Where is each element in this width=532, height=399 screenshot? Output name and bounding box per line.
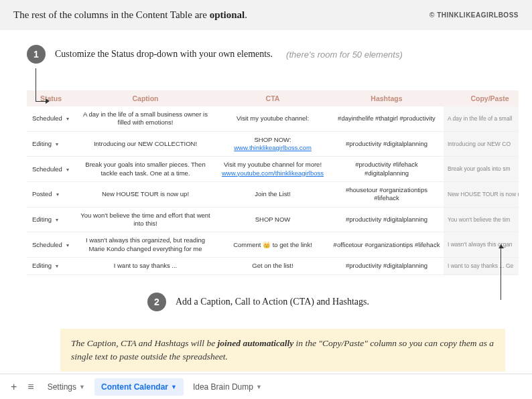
step2-badge: 2 <box>147 293 166 311</box>
step1-row: 1 Customize the Status drop-down with yo… <box>0 45 532 64</box>
caption-cell[interactable]: New HOUSE TOUR is now up! <box>75 182 216 208</box>
caption-cell[interactable]: I wasn't always this organized, but read… <box>75 232 216 258</box>
content-table: Status Caption CTA Hashtags Copy/Paste S… <box>27 90 519 275</box>
status-dropdown[interactable]: Editing <box>27 131 75 157</box>
status-dropdown[interactable]: Scheduled <box>27 157 75 182</box>
connector-line-2 <box>501 248 502 300</box>
cta-link[interactable]: www.youtube.com/thinklikeagirlboss <box>222 169 324 177</box>
chevron-down-icon[interactable]: ▼ <box>256 384 262 390</box>
cta-cell[interactable]: SHOP NOW:www.thinklikeagirlboss.com <box>216 131 330 157</box>
header-pre: The rest of the columns in the Content T… <box>13 9 210 20</box>
status-dropdown[interactable]: Scheduled <box>27 232 75 258</box>
highlight-bold: joined automatically <box>218 338 294 348</box>
hashtags-cell[interactable]: #productivity #digitalplanning <box>330 207 444 232</box>
cta-cell[interactable]: Join the List! <box>216 182 330 208</box>
tab-idea-brain-dump[interactable]: Idea Brain Dump▼ <box>186 378 269 396</box>
status-dropdown[interactable]: Scheduled <box>27 106 75 131</box>
add-sheet-icon[interactable]: + <box>7 381 21 393</box>
tab-settings-label: Settings <box>48 382 76 392</box>
hashtags-cell[interactable]: #productivity #lifehack #digitalplanning <box>330 157 444 182</box>
copypaste-cell[interactable]: Introducing our NEW CO <box>444 131 519 157</box>
cta-cell[interactable]: Get on the list! <box>216 258 330 274</box>
status-dropdown[interactable]: Posted <box>27 182 75 208</box>
table-row: EditingI want to say thanks ...Get on th… <box>27 258 519 274</box>
connector-line-1 <box>36 68 48 102</box>
step2-text: Add a Caption, Call to Action (CTA) and … <box>176 297 369 307</box>
col-cta: CTA <box>216 90 330 106</box>
copypaste-cell[interactable]: I want to say thanks ... Ge <box>444 258 519 274</box>
header-bold: optional <box>210 9 245 20</box>
cta-cell[interactable]: Visit my youtube channel for more!www.yo… <box>216 157 330 182</box>
step1-hint: (there's room for 50 elements) <box>286 50 403 60</box>
hashtags-cell[interactable]: #housetour #organizationtips #lifehack <box>330 182 444 208</box>
caption-cell[interactable]: I want to say thanks ... <box>75 258 216 274</box>
step2-row: 2 Add a Caption, Call to Action (CTA) an… <box>147 293 532 311</box>
highlight-note: The Caption, CTA and Hashtags will be jo… <box>60 329 505 372</box>
step1-badge: 1 <box>27 45 46 64</box>
header-post: . <box>245 9 247 20</box>
copypaste-cell[interactable]: I wasn't always this organ <box>444 232 519 258</box>
highlight-pre: The Caption, CTA and Hashtags will be <box>71 338 218 348</box>
caption-cell[interactable]: Break your goals into smaller pieces. Th… <box>75 157 216 182</box>
cta-cell[interactable]: Comment 👑 to get the link! <box>216 232 330 258</box>
caption-cell[interactable]: Introducing our NEW COLLECTION! <box>75 131 216 157</box>
col-caption: Caption <box>75 90 216 106</box>
tab-braindump-label: Idea Brain Dump <box>193 382 253 392</box>
tab-calendar-label: Content Calendar <box>101 382 168 392</box>
table-row: ScheduledA day in the life of a small bu… <box>27 106 519 131</box>
caption-cell[interactable]: You won't believe the time and effort th… <box>75 207 216 232</box>
header-bar: The rest of the columns in the Content T… <box>0 0 532 30</box>
cta-cell[interactable]: SHOP NOW <box>216 207 330 232</box>
table-row: PostedNew HOUSE TOUR is now up!Join the … <box>27 182 519 208</box>
cta-link[interactable]: www.thinklikeagirlboss.com <box>234 144 312 151</box>
arrow-right-icon <box>46 98 50 104</box>
step1-text: Customize the Status drop-down with your… <box>55 49 273 60</box>
header-intro: The rest of the columns in the Content T… <box>13 9 247 21</box>
col-hashtags: Hashtags <box>330 90 444 106</box>
table-row: EditingYou won't believe the time and ef… <box>27 207 519 232</box>
status-dropdown[interactable]: Editing <box>27 207 75 232</box>
copyright-text: © THINKLIKEAGIRLBOSS <box>429 11 519 19</box>
hashtags-cell[interactable]: #dayinthelife #thatgirl #productivity <box>330 106 444 131</box>
col-copypaste: Copy/Paste <box>444 90 519 106</box>
sheet-tabs-bar: + ≡ Settings▼ Content Calendar▼ Idea Bra… <box>0 374 532 399</box>
table-row: ScheduledBreak your goals into smaller p… <box>27 157 519 182</box>
hashtags-cell[interactable]: #productivity #digitalplanning <box>330 131 444 157</box>
hashtags-cell[interactable]: #officetour #organizationtips #lifehack <box>330 232 444 258</box>
table-header-row: Status Caption CTA Hashtags Copy/Paste <box>27 90 519 106</box>
copypaste-cell[interactable]: You won't believe the tim <box>444 207 519 232</box>
all-sheets-icon[interactable]: ≡ <box>23 381 38 393</box>
cta-cell[interactable]: Visit my youtube channel: <box>216 106 330 131</box>
tab-settings[interactable]: Settings▼ <box>41 378 92 396</box>
table-row: EditingIntroducing our NEW COLLECTION!SH… <box>27 131 519 157</box>
tab-content-calendar[interactable]: Content Calendar▼ <box>94 378 184 396</box>
status-dropdown[interactable]: Editing <box>27 258 75 274</box>
caption-cell[interactable]: A day in the life of a small business ow… <box>75 106 216 131</box>
copypaste-cell[interactable]: Break your goals into sm <box>444 157 519 182</box>
copypaste-cell[interactable]: New HOUSE TOUR is now u <box>444 182 519 208</box>
col-status: Status <box>27 90 75 106</box>
hashtags-cell[interactable]: #productivity #digitalplanning <box>330 258 444 274</box>
arrow-up-icon <box>498 244 504 248</box>
chevron-down-icon[interactable]: ▼ <box>171 384 177 390</box>
chevron-down-icon[interactable]: ▼ <box>79 384 85 390</box>
copypaste-cell[interactable]: A day in the life of a small <box>444 106 519 131</box>
content-table-wrap: Status Caption CTA Hashtags Copy/Paste S… <box>27 90 519 275</box>
table-row: ScheduledI wasn't always this organized,… <box>27 232 519 258</box>
